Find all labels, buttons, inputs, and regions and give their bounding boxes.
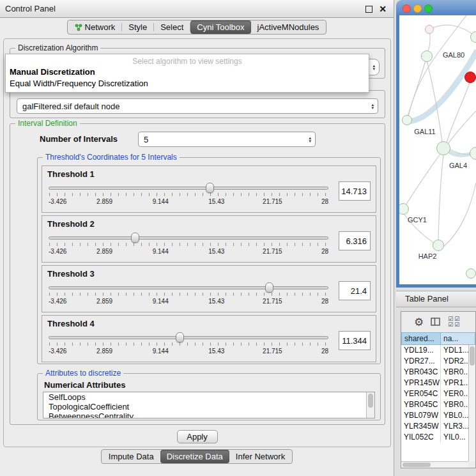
columns-icon[interactable] [431, 318, 441, 326]
scrollbar-thumb[interactable] [403, 463, 431, 467]
table-cell[interactable]: YBL079W [401, 410, 441, 421]
close-traffic-light-icon[interactable] [403, 4, 411, 13]
thresholds-group-label: Threshold's Coordinates for 5 Intervals [43, 153, 180, 162]
node-label: HAP2 [418, 252, 437, 260]
close-icon[interactable]: ✕ [379, 3, 387, 15]
apply-button[interactable]: Apply [177, 430, 218, 443]
slider-thumb[interactable] [131, 233, 139, 243]
scale-label: 2.859 [96, 248, 112, 255]
list-item[interactable]: TopologicalCoefficient [43, 402, 374, 411]
slider-thumb[interactable] [176, 332, 184, 342]
network-node[interactable] [433, 240, 444, 251]
threshold-4-value-field[interactable]: 11.344 [339, 331, 371, 350]
threshold-3-value-field[interactable]: 21.4 [339, 281, 371, 300]
float-window-icon[interactable] [365, 6, 372, 13]
table-cell[interactable]: YIL0... [441, 432, 468, 443]
table-cell[interactable]: YBR043C [401, 367, 441, 378]
numerical-attributes-list[interactable]: SelfLoops TopologicalCoefficient Between… [43, 392, 375, 418]
network-node[interactable] [436, 141, 450, 155]
tab-style[interactable]: Style [122, 20, 153, 34]
table-horizontal-scrollbar[interactable] [401, 461, 468, 468]
threshold-2-label: Threshold 2 [47, 219, 371, 229]
table-cell[interactable]: YBL0... [441, 410, 468, 421]
network-node[interactable] [421, 50, 433, 62]
tab-select[interactable]: Select [154, 20, 190, 34]
threshold-4-slider[interactable]: -3.426 2.859 9.144 15.43 21.715 28 [49, 330, 328, 358]
tab-discretize-data[interactable]: Discretize Data [160, 450, 229, 463]
threshold-1-value-field[interactable]: 14.713 [339, 181, 371, 201]
table-cell[interactable]: YBR0... [441, 367, 468, 378]
list-item[interactable]: SelfLoops [43, 392, 374, 402]
select-mode-icons[interactable]: ☑☑☑☑ [448, 316, 461, 328]
network-canvas[interactable]: GAL80 GAL11 GAL4 GCY1 HAP2 [399, 15, 476, 284]
table-cell[interactable]: YIL052C [401, 432, 441, 443]
table-cell[interactable]: YPR1... [441, 378, 468, 388]
dropdown-item-equal-width[interactable]: Equal Width/Frequency Discretization [6, 78, 369, 89]
threshold-1-slider[interactable]: -3.426 2.859 9.144 15.43 21.715 28 [49, 181, 328, 209]
control-panel-title: Control Panel [5, 0, 56, 17]
table-cell[interactable]: YDR27... [401, 356, 441, 367]
table-row[interactable]: YLR345WYLR3... [401, 421, 468, 432]
list-scrollbar-thumb[interactable] [368, 394, 373, 408]
minimize-traffic-light-icon[interactable] [413, 4, 422, 13]
combo-arrows-icon: ▴▾ [371, 103, 374, 109]
slider-track[interactable] [49, 187, 328, 190]
tab-infer-network-label: Infer Network [236, 452, 285, 461]
table-cell[interactable]: YDR2... [441, 356, 468, 367]
table-row[interactable]: YER054CYER0... [401, 388, 468, 399]
table-row[interactable]: YBR045CYBR0... [401, 399, 468, 410]
slider-track[interactable] [49, 336, 328, 339]
slider-thumb[interactable] [265, 282, 273, 293]
column-header-shared-name[interactable]: shared... [401, 332, 441, 345]
table-cell[interactable]: YDL1... [441, 345, 468, 356]
table-cell[interactable]: YER0... [441, 388, 468, 399]
slider-track[interactable] [49, 236, 328, 240]
bottom-tab-strip: Impute Data Discretize Data Infer Networ… [0, 449, 394, 464]
threshold-3-slider[interactable]: -3.426 2.859 9.144 15.43 21.715 28 [49, 280, 328, 309]
table-cell[interactable]: YBR045C [401, 399, 441, 410]
table-cell[interactable]: YER054C [401, 388, 441, 399]
top-tab-strip: Network Style Select Cyni Toolbox jActiv… [0, 20, 394, 35]
tab-infer-network[interactable]: Infer Network [229, 450, 291, 463]
tab-jactivemnodules[interactable]: jActiveMNodules [251, 20, 326, 34]
tab-impute-data[interactable]: Impute Data [102, 450, 160, 463]
zoom-traffic-light-icon[interactable] [424, 4, 433, 13]
table-cell[interactable]: YPR145W [401, 378, 441, 388]
table-data-combobox[interactable]: galFiltered.sif default node ▴▾ [17, 98, 378, 114]
tab-network[interactable]: Network [68, 20, 122, 34]
table-cell[interactable]: YLR3... [441, 421, 468, 432]
table-row[interactable]: YBR043CYBR0... [401, 367, 468, 378]
network-node[interactable] [466, 268, 476, 279]
threshold-2-value-field[interactable]: 6.316 [339, 231, 371, 250]
list-scrollbar[interactable] [366, 392, 374, 418]
table-header-row: shared... na... [401, 332, 475, 345]
tab-cyni-toolbox[interactable]: Cyni Toolbox [190, 20, 250, 34]
network-node-selected[interactable] [464, 72, 476, 83]
table-row[interactable]: YDR27...YDR2... [401, 356, 468, 367]
algorithm-dropdown-popup: Select algorithm to view settings Manual… [5, 54, 369, 93]
network-window[interactable]: GAL80 GAL11 GAL4 GCY1 HAP2 [396, 0, 476, 288]
scale-label: -3.426 [49, 298, 66, 305]
scrollbar-thumb[interactable] [470, 346, 475, 365]
number-of-intervals-combobox[interactable]: 5 ▴▾ [138, 132, 316, 147]
gear-icon[interactable]: ⚙ [414, 317, 424, 328]
dropdown-item-manual-discretization[interactable]: Manual Discretization [6, 66, 369, 78]
scale-label: 9.144 [153, 248, 169, 255]
table-row[interactable]: YPR145WYPR1... [401, 378, 468, 388]
threshold-2-slider[interactable]: -3.426 2.859 9.144 15.43 21.715 28 [49, 231, 328, 259]
table-panel-title: Table Panel [405, 294, 449, 303]
network-node[interactable] [425, 25, 434, 34]
table-cell[interactable]: YBR0... [441, 399, 468, 410]
network-node[interactable] [402, 115, 412, 125]
list-item[interactable]: BetweennessCentrality [43, 411, 374, 418]
table-cell[interactable]: YLR345W [401, 421, 441, 432]
scale-label: 21.715 [263, 248, 282, 255]
slider-track[interactable] [49, 286, 328, 289]
table-cell[interactable]: YDL19... [401, 345, 441, 356]
table-row[interactable]: YIL052CYIL0... [401, 432, 468, 443]
slider-thumb[interactable] [206, 183, 214, 193]
table-row[interactable]: YBL079WYBL0... [401, 410, 468, 421]
table-vertical-scrollbar[interactable] [468, 345, 475, 461]
table-row[interactable]: YDL19...YDL1... [401, 345, 468, 356]
column-header-name[interactable]: na... [441, 332, 475, 345]
